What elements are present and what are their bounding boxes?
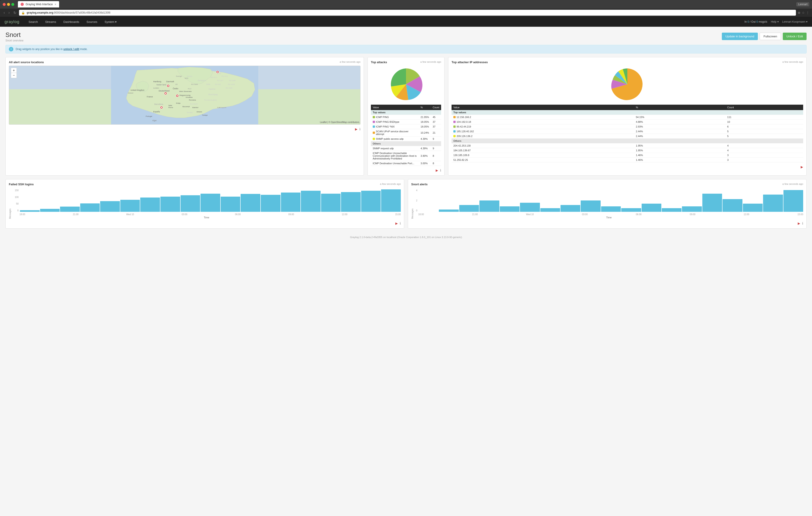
snort-widget-title: Snort alerts [411, 183, 803, 186]
svg-text:Ростов-на-Дону: Ростов-на-Дону [204, 99, 217, 101]
svg-point-54 [161, 107, 162, 108]
close-dot[interactable] [3, 3, 6, 6]
snort-widget-timestamp: a few seconds ago [782, 183, 803, 185]
pie-svg [386, 66, 426, 102]
ssh-bar [281, 192, 301, 212]
user-menu[interactable]: Lennart Koopmann ▾ [782, 20, 808, 23]
ssh-bar [40, 209, 60, 212]
top-attacks-pie [371, 66, 441, 102]
svg-text:Ireland: Ireland [128, 92, 133, 94]
snort-y-4: 4 [415, 189, 417, 192]
unlock-edit-button[interactable]: Unlock / Edit [783, 33, 807, 40]
attacks-info-button[interactable]: ℹ [440, 169, 441, 172]
svg-text:Ελλάδα: Ελλάδα [187, 112, 193, 114]
tab-close-button[interactable]: × [55, 2, 56, 6]
snort-bar-chart [419, 189, 803, 212]
svg-text:RU-SAR: RU-SAR [226, 87, 233, 89]
svg-point-48 [168, 85, 169, 87]
zoom-out-button[interactable]: − [11, 73, 17, 78]
ssh-widget-footer: ▶ ℹ [9, 221, 401, 225]
ssh-widget: Failed SSH logins a few seconds ago Mess… [5, 179, 404, 229]
dashboard-top-row: All alert source locations a few seconds… [5, 57, 807, 176]
nav-sources[interactable]: Sources [83, 17, 101, 27]
top-attacks-widget: Top attacks a few seconds ago [368, 57, 444, 176]
attacker-play-button[interactable]: ▶ [801, 165, 803, 169]
snort-bar [459, 205, 479, 212]
logo-text: graylog [4, 20, 20, 24]
ssh-info-button[interactable]: ℹ [400, 221, 401, 225]
table-row: SCAN UPnP service discover attempt 10.24… [371, 129, 441, 136]
tab-title: Graylog Web Interface [26, 3, 53, 6]
svg-text:Magyarország: Magyarország [179, 94, 190, 96]
zoom-in-button[interactable]: + [11, 68, 17, 73]
table-row: 204.42.253.1301.95%4 [452, 143, 803, 148]
svg-text:Беларусь: Беларусь [198, 79, 206, 82]
help-button[interactable]: Help ▾ [771, 20, 779, 23]
ssh-bar [60, 207, 80, 212]
attacks-play-button[interactable]: ▶ [436, 169, 438, 172]
svg-text:Azərbaycan: Azərbaycan [217, 107, 226, 109]
table-row: 184.105.139.671.95%4 [452, 148, 803, 153]
minimize-dot[interactable] [7, 3, 10, 6]
ssh-bar [20, 210, 40, 212]
svg-text:Portugal: Portugal [146, 115, 152, 117]
update-background-button[interactable]: Update in background [722, 33, 758, 40]
top-attacks-table: Value % Count Top values ICMP PING [371, 105, 441, 166]
table-row: ICMP PING *NIX 18.05%37 [371, 124, 441, 129]
snort-bar [601, 206, 621, 212]
ssh-x-axis: 18:00 21:00 Wed 10 03:00 06:00 09:00 12:… [20, 213, 401, 216]
snort-bar [783, 190, 803, 212]
maximize-dot[interactable] [11, 3, 14, 6]
page-title-block: Snort Snort overview [5, 31, 23, 42]
map-widget-timestamp: a few seconds ago [340, 60, 360, 63]
snort-bar [662, 208, 682, 212]
nav-search[interactable]: Search [25, 17, 41, 27]
page-header: Snort Snort overview Update in backgroun… [5, 31, 807, 42]
snort-y-2: 2 [415, 199, 417, 202]
nav-system[interactable]: System ▾ [101, 17, 120, 27]
bookmark-icon: ☆ [802, 11, 805, 14]
table-row: SNMP public access udp 4.39%9 [371, 136, 441, 141]
back-button[interactable]: ‹ [3, 11, 6, 15]
map-play-button[interactable]: ▶ [355, 127, 357, 131]
svg-text:Волгоград: Волгоград [208, 93, 218, 96]
svg-text:Istanbul: Istanbul [192, 107, 198, 109]
snort-y-label: Messages [411, 188, 414, 219]
svg-text:Danmark: Danmark [166, 81, 174, 83]
map-info-button[interactable]: ℹ [359, 127, 360, 131]
svg-text:Alger: Alger [152, 119, 157, 122]
table-row: 99.42.44.219 2.93%6 [452, 124, 803, 129]
snort-x-label: Time [415, 216, 803, 219]
snort-info-button[interactable]: ℹ [802, 221, 803, 225]
color-indicator [373, 138, 375, 140]
svg-text:Hrvatska: Hrvatska [186, 96, 193, 98]
svg-text:Deutschland: Deutschland [158, 90, 170, 92]
fullscreen-button[interactable]: Fullscreen [760, 33, 781, 40]
page-subtitle: Snort overview [5, 39, 23, 42]
ssh-x-label: Time [12, 216, 401, 219]
ssh-play-button[interactable]: ▶ [395, 221, 398, 225]
snort-bar [743, 204, 763, 212]
map-zoom-control: + − [11, 68, 17, 78]
attacker-col-pct: % [634, 105, 725, 110]
ssh-y-0: 0 [12, 209, 19, 212]
ssh-bar [161, 196, 180, 212]
col-pct: % [419, 105, 431, 110]
app-logo[interactable]: graylog [4, 20, 20, 24]
browser-toolbar-right: ⊕ ☆ ⋮ [798, 11, 809, 14]
attacker-col-count: Count [725, 105, 803, 110]
table-row: 130.185.109.81.46%3 [452, 153, 803, 158]
url-bar[interactable]: 🔒 graylog.example.org:9000/dashboards/57… [19, 10, 796, 16]
menu-icon[interactable]: ⋮ [806, 11, 809, 14]
ssh-bar [100, 201, 120, 212]
forward-button[interactable]: › [7, 11, 10, 15]
nav-streams[interactable]: Streams [41, 17, 60, 27]
browser-tab[interactable]: Graylog Web Interface × [18, 1, 59, 7]
nav-dashboards[interactable]: Dashboards [60, 17, 83, 27]
ssh-y-100: 100 [12, 196, 19, 199]
refresh-button[interactable]: ↻ [12, 11, 17, 15]
attacker-widget-footer: ▶ [452, 164, 803, 169]
unlock-edit-link[interactable]: unlock / edit [63, 48, 79, 51]
snort-play-button[interactable]: ▶ [798, 221, 800, 225]
top-attacker-widget: Top attacker IP addresses a few seconds … [448, 57, 807, 176]
